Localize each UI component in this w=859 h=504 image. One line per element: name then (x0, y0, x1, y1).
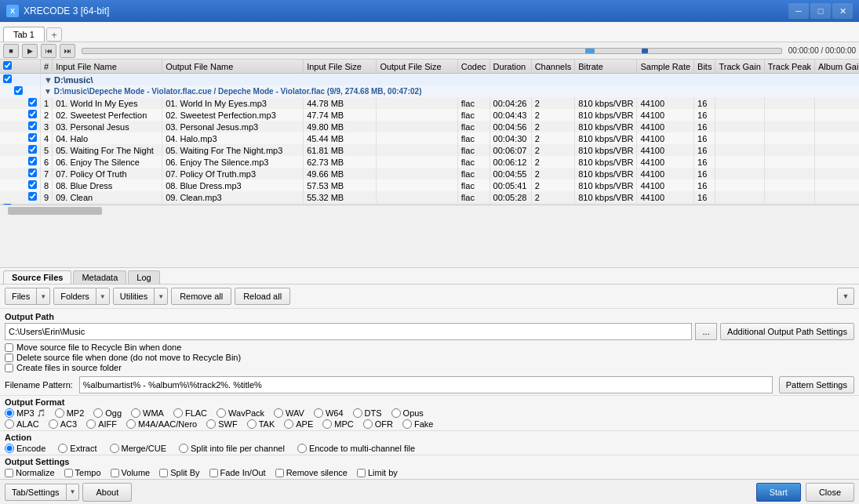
format-wav-radio[interactable] (274, 408, 283, 418)
tab-1[interactable]: Tab 1 (3, 27, 45, 42)
browse-button[interactable]: ... (695, 323, 717, 340)
remove-silence-checkbox[interactable] (275, 469, 284, 477)
col-header-tp[interactable]: Track Peak (764, 60, 814, 74)
row-checkbox[interactable] (28, 98, 37, 107)
action-multi-channel-radio[interactable] (297, 444, 307, 453)
maximize-button[interactable]: □ (810, 3, 831, 19)
action-extract[interactable]: Extract (58, 444, 96, 453)
format-aiff-radio[interactable] (86, 419, 96, 429)
format-dts-radio[interactable] (353, 408, 362, 418)
progress-bar[interactable] (82, 48, 782, 54)
format-mpc[interactable]: MPC (322, 419, 353, 429)
format-fake-radio[interactable] (402, 419, 412, 429)
row-checkbox[interactable] (28, 192, 37, 201)
setting-normalize[interactable]: Normalize (5, 468, 55, 477)
close-button-footer[interactable]: Close (806, 483, 854, 502)
format-alac[interactable]: ALAC (5, 419, 39, 429)
close-button[interactable]: ✕ (832, 3, 853, 19)
format-mp2[interactable]: MP2 (55, 408, 85, 418)
folders-dropdown-arrow[interactable]: ▼ (96, 288, 109, 304)
format-mp2-radio[interactable] (55, 408, 64, 418)
col-header-insize[interactable]: Input File Size (304, 60, 377, 74)
delete-source-checkbox[interactable] (5, 354, 13, 362)
action-encode[interactable]: Encode (5, 444, 45, 453)
format-mp3[interactable]: MP3 🎵 (5, 408, 45, 418)
format-swf[interactable]: SWF (206, 419, 237, 429)
row-checkbox[interactable] (28, 110, 37, 118)
format-swf-radio[interactable] (206, 419, 216, 429)
horizontal-scrollbar[interactable] (0, 205, 859, 216)
utilities-dropdown-arrow[interactable]: ▼ (155, 288, 167, 304)
volume-checkbox[interactable] (111, 469, 119, 477)
format-tak-radio[interactable] (247, 419, 257, 429)
fade-checkbox[interactable] (209, 469, 218, 477)
format-ape[interactable]: APE (284, 419, 313, 429)
row-checkbox[interactable] (28, 145, 37, 154)
more-options-button[interactable]: ▼ (837, 288, 854, 305)
format-alac-radio[interactable] (5, 419, 14, 429)
format-ofr[interactable]: OFR (363, 419, 393, 429)
action-merge-cue[interactable]: Merge/CUE (110, 444, 166, 453)
drive-group-checkbox[interactable] (3, 74, 12, 83)
action-merge-cue-radio[interactable] (110, 444, 119, 453)
format-ofr-radio[interactable] (363, 419, 373, 429)
start-button[interactable]: Start (756, 483, 801, 502)
format-ogg-radio[interactable] (93, 408, 103, 418)
files-dropdown-arrow[interactable]: ▼ (37, 288, 49, 304)
format-flac-radio[interactable] (173, 408, 183, 418)
source-folder-checkbox[interactable] (5, 364, 13, 372)
col-header-chan[interactable]: Channels (531, 60, 574, 74)
file-group-checkbox[interactable] (14, 86, 23, 95)
format-wavpack[interactable]: WavPack (217, 408, 264, 418)
tab-settings-dropdown[interactable]: Tab/Settings ▼ (5, 484, 79, 501)
remove-all-button[interactable]: Remove all (171, 288, 231, 305)
format-m4a-radio[interactable] (126, 419, 136, 429)
setting-tempo[interactable]: Tempo (64, 468, 101, 477)
format-ac3-radio[interactable] (49, 419, 58, 429)
format-mpc-radio[interactable] (322, 419, 332, 429)
format-opus-radio[interactable] (391, 408, 401, 418)
files-dropdown[interactable]: Files ▼ (5, 288, 50, 305)
setting-volume[interactable]: Volume (111, 468, 151, 477)
row-checkbox[interactable] (28, 180, 37, 189)
col-header-input[interactable]: Input File Name (53, 60, 162, 74)
format-aiff[interactable]: AIFF (86, 419, 117, 429)
panel-tab-log[interactable]: Log (128, 270, 159, 284)
col-header-codec[interactable]: Codec (457, 60, 490, 74)
folders-dropdown[interactable]: Folders ▼ (53, 288, 110, 305)
format-w64-radio[interactable] (314, 408, 323, 418)
split-by-checkbox[interactable] (159, 469, 168, 477)
format-flac[interactable]: FLAC (173, 408, 207, 418)
panel-tab-source-files[interactable]: Source Files (3, 270, 71, 284)
output-path-input[interactable] (5, 323, 692, 340)
format-wma-radio[interactable] (131, 408, 140, 418)
additional-output-settings-button[interactable]: Additional Output Path Settings (720, 323, 854, 340)
stop-button[interactable]: ■ (3, 44, 19, 58)
scrollbar-thumb[interactable] (8, 207, 102, 215)
format-wav[interactable]: WAV (274, 408, 304, 418)
format-ogg[interactable]: Ogg (93, 408, 122, 418)
setting-fade[interactable]: Fade In/Out (209, 468, 266, 477)
col-header-output[interactable]: Output File Name (162, 60, 304, 74)
row-checkbox[interactable] (28, 157, 37, 165)
row-checkbox[interactable] (28, 169, 37, 177)
setting-limit-by[interactable]: Limit by (357, 468, 398, 477)
col-header-bit[interactable]: Bitrate (575, 60, 637, 74)
format-mp3-radio[interactable] (5, 408, 14, 418)
panel-tab-metadata[interactable]: Metadata (73, 270, 126, 284)
format-opus[interactable]: Opus (391, 408, 424, 418)
select-all-checkbox[interactable] (3, 61, 12, 70)
action-split-channel[interactable]: Split into file per channel (179, 444, 285, 453)
prev-button[interactable]: ⏮ (41, 44, 56, 58)
pattern-input[interactable] (79, 376, 773, 393)
action-split-channel-radio[interactable] (179, 444, 188, 453)
format-fake[interactable]: Fake (402, 419, 433, 429)
col-header-dur[interactable]: Duration (490, 60, 531, 74)
tempo-checkbox[interactable] (64, 469, 73, 477)
limit-by-checkbox[interactable] (357, 469, 366, 477)
utilities-dropdown[interactable]: Utilities ▼ (113, 288, 168, 305)
format-wma[interactable]: WMA (131, 408, 164, 418)
col-header-sr[interactable]: Sample Rate (637, 60, 694, 74)
format-ape-radio[interactable] (284, 419, 293, 429)
col-header-bits[interactable]: Bits (694, 60, 715, 74)
